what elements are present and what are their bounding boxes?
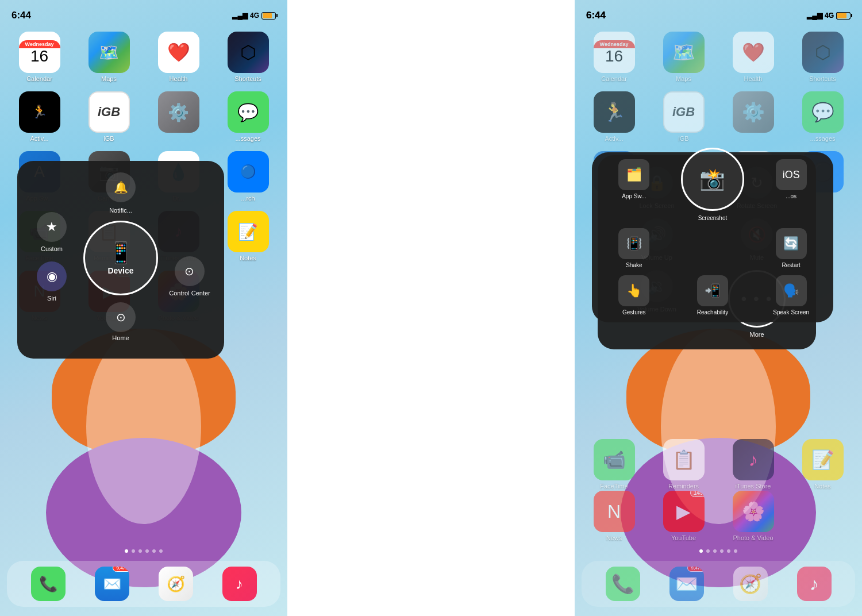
app-icon-mail[interactable]: ✉️ 9,479 bbox=[95, 567, 129, 601]
ss-appswitcher-icon[interactable]: 🗂️ bbox=[618, 159, 649, 190]
app-wrap-health[interactable]: ❤️ Health bbox=[146, 32, 211, 82]
app-label-notes: Notes bbox=[240, 255, 256, 261]
ss-gestures-icon[interactable]: 👆 bbox=[618, 275, 649, 306]
calendar-day: 16 bbox=[30, 48, 48, 64]
ss-screenshot-icon: 📸 bbox=[699, 167, 725, 191]
assistive-overlay-1[interactable]: ★ Custom ◉ Siri 🔔 Notific... 📱 Device ⊙ … bbox=[17, 161, 224, 359]
app-icon-music[interactable]: ♪ bbox=[222, 567, 257, 601]
ss-screenshot[interactable]: 📸 Screenshot bbox=[675, 159, 751, 221]
bg-label-calendar-3: Calendar bbox=[601, 75, 627, 82]
app-wrap-ig3[interactable]: iGB iGB bbox=[76, 91, 141, 142]
bg-facetime-3: 📹 FaceTime bbox=[582, 439, 646, 490]
bg-icon-itunes-3: ♪ bbox=[733, 439, 774, 480]
dot-2 bbox=[132, 549, 135, 553]
ss-restart-icon[interactable]: 🔄 bbox=[776, 228, 807, 259]
signal-bars-3: ▂▄▆ bbox=[807, 11, 822, 20]
bg-icon-phone-3: 📞 bbox=[606, 567, 640, 601]
app-icon-reach[interactable]: 🔵 bbox=[228, 151, 269, 192]
ss-reachability[interactable]: 📲 Reachability bbox=[675, 275, 751, 315]
ss-speakscreen[interactable]: 🗣️ Speak Screen bbox=[753, 275, 829, 315]
bg-label-youtube-3: YouTube bbox=[671, 534, 696, 541]
bg-icon-maps-3: 🗺️ bbox=[663, 32, 705, 73]
app-icon-messages[interactable]: 💬 bbox=[228, 91, 269, 133]
bg-icon-youtube-3: ▶ 149 bbox=[663, 491, 705, 532]
ss-speakscreen-icon[interactable]: 🗣️ bbox=[776, 275, 807, 306]
bg-label-shortcuts-3: Shortcuts bbox=[809, 75, 836, 82]
dock-3: 📞 ✉️ 9,479 🧭 ♪ bbox=[582, 561, 855, 607]
page-dots-1 bbox=[0, 549, 287, 553]
battery-fill-1 bbox=[263, 13, 272, 18]
dot-3-3 bbox=[713, 549, 717, 553]
app-wrap-settings[interactable]: ⚙️ bbox=[146, 91, 211, 142]
at-home-label: Home bbox=[112, 334, 129, 341]
app-wrap-calendar[interactable]: Wednesday 16 Calendar bbox=[7, 32, 72, 82]
at-control[interactable]: ⊙ Control Center bbox=[169, 256, 210, 297]
at-control-icon[interactable]: ⊙ bbox=[175, 256, 205, 286]
at-home-icon[interactable]: ⊙ bbox=[106, 302, 136, 332]
app-wrap-messages[interactable]: 💬 ...ssages bbox=[216, 91, 280, 142]
dot-3-2 bbox=[706, 549, 710, 553]
app-icon-activity[interactable]: 🏃 bbox=[19, 91, 60, 133]
ss-ios[interactable]: iOS ...os bbox=[753, 159, 829, 199]
dot-6 bbox=[159, 549, 163, 553]
dock-phone[interactable]: 📞 bbox=[31, 567, 66, 601]
dock-music[interactable]: ♪ bbox=[222, 567, 257, 601]
app-label-calendar: Calendar bbox=[26, 75, 52, 82]
app-label-activity: Activ... bbox=[30, 135, 48, 142]
bg-icon-ig3-3: iGB bbox=[663, 91, 705, 133]
dock-safari-3: 🧭 bbox=[733, 567, 768, 601]
at-device-circle[interactable]: 📱 Device bbox=[83, 221, 158, 295]
bg-settings-3: ⚙️ bbox=[721, 91, 786, 142]
bg-label-messages-3: ...ssages bbox=[810, 135, 835, 142]
ss-ios-icon[interactable]: iOS bbox=[776, 159, 807, 190]
at-siri-icon[interactable]: ◉ bbox=[37, 261, 67, 291]
signal-type-1: 4G bbox=[250, 11, 259, 20]
app-wrap-reach[interactable]: 🔵 ...rch bbox=[216, 151, 280, 202]
app-wrap-notes[interactable]: 📝 Notes bbox=[216, 211, 280, 261]
app-icon-safari[interactable]: 🧭 bbox=[159, 567, 193, 601]
ss-restart[interactable]: 🔄 Restart bbox=[753, 228, 829, 268]
ss-appswitcher[interactable]: 🗂️ App Sw... bbox=[597, 159, 672, 199]
at-siri[interactable]: ◉ Siri bbox=[37, 261, 67, 302]
battery-icon-1 bbox=[261, 12, 276, 20]
bg-youtube-3: ▶ 149 YouTube bbox=[651, 491, 716, 541]
bg-photos-3: 🌸 Photo & Video bbox=[721, 491, 786, 541]
more-submenu-overlay[interactable]: 🗂️ App Sw... 📸 Screenshot iOS ...os 📳 Sh… bbox=[592, 152, 833, 322]
ss-reachability-icon[interactable]: 📲 bbox=[697, 275, 728, 306]
app-icon-health[interactable]: ❤️ bbox=[158, 32, 199, 73]
ss-shake[interactable]: 📳 Shake bbox=[597, 228, 672, 268]
app-icon-calendar[interactable]: Wednesday 16 bbox=[19, 32, 60, 73]
app-icon-shortcuts[interactable]: ⬡ bbox=[228, 32, 269, 73]
bg-messages-3: 💬 ...ssages bbox=[790, 91, 855, 142]
app-label-maps: Maps bbox=[101, 75, 117, 82]
ss-shake-icon[interactable]: 📳 bbox=[618, 228, 649, 259]
at-notif-icon[interactable]: 🔔 bbox=[106, 172, 136, 202]
gear-icon: ⚙️ bbox=[168, 102, 189, 122]
app-label-messages: ...ssages bbox=[235, 135, 260, 142]
app-wrap-maps[interactable]: 🗺️ Maps bbox=[76, 32, 141, 82]
app-wrap-activity[interactable]: 🏃 Activ... bbox=[7, 91, 72, 142]
dock-mail[interactable]: ✉️ 9,479 bbox=[95, 567, 129, 601]
app-icon-settings[interactable]: ⚙️ bbox=[158, 91, 199, 133]
dock-safari[interactable]: 🧭 bbox=[159, 567, 193, 601]
bg-youtube-badge-3: 149 bbox=[690, 491, 705, 497]
ss-screenshot-circle[interactable]: 📸 bbox=[681, 148, 744, 211]
at-custom[interactable]: ★ Custom bbox=[37, 212, 67, 252]
bg-calendar-3: Wednesday 16 Calendar bbox=[582, 32, 646, 82]
bg-label-health-3: Health bbox=[744, 75, 763, 82]
bg-icon-shortcuts-3: ⬡ bbox=[802, 32, 844, 73]
app-icon-ig3[interactable]: iGB bbox=[88, 91, 130, 133]
app-icon-phone[interactable]: 📞 bbox=[31, 567, 66, 601]
at-device-label: Device bbox=[107, 266, 133, 275]
app-icon-maps[interactable]: 🗺️ bbox=[88, 32, 130, 73]
at-custom-icon[interactable]: ★ bbox=[37, 212, 67, 242]
bg-icon-safari-3: 🧭 bbox=[733, 567, 768, 601]
app-label-health: Health bbox=[170, 75, 188, 82]
app-label-ig3: iGB bbox=[103, 135, 114, 142]
dock-phone-3: 📞 bbox=[606, 567, 640, 601]
app-icon-notes[interactable]: 📝 bbox=[228, 211, 269, 252]
app-wrap-shortcuts[interactable]: ⬡ Shortcuts bbox=[216, 32, 280, 82]
ss-gestures[interactable]: 👆 Gestures bbox=[597, 275, 672, 315]
dot-1 bbox=[125, 549, 128, 553]
bg-reminders-3: 📋 Reminders bbox=[651, 439, 716, 490]
